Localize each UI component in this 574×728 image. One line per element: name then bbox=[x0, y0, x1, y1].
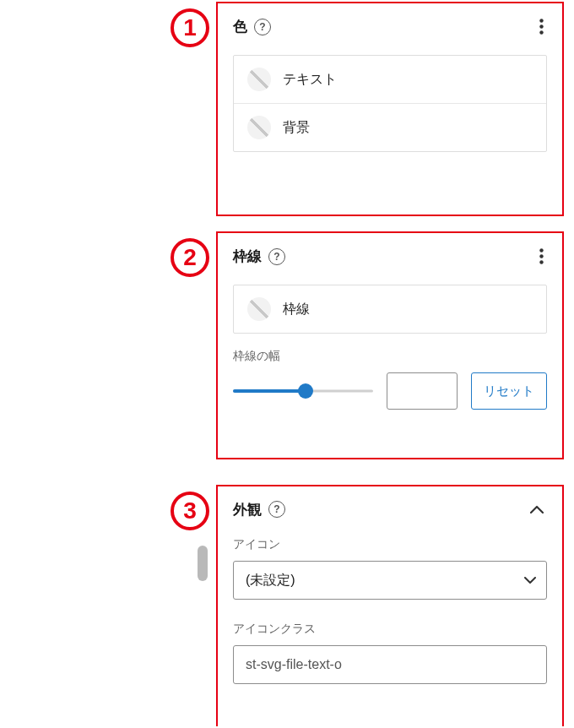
border-color-list: 枠線 bbox=[233, 285, 547, 334]
help-icon[interactable]: ? bbox=[268, 501, 285, 518]
svg-point-2 bbox=[539, 30, 543, 34]
icon-select-value: (未設定) bbox=[246, 572, 295, 589]
color-option-background[interactable]: 背景 bbox=[234, 103, 546, 151]
color-options-list: テキスト 背景 bbox=[233, 55, 547, 152]
empty-swatch-icon bbox=[247, 297, 271, 321]
reset-button[interactable]: リセット bbox=[471, 372, 547, 410]
kebab-menu-button[interactable] bbox=[536, 15, 547, 38]
icon-class-value: st-svg-file-text-o bbox=[246, 657, 342, 672]
appearance-panel: 外観 ? アイコン (未設定) アイコンクラス st-svg-file-text… bbox=[216, 485, 564, 726]
color-panel: 色 ? テキスト 背景 bbox=[216, 2, 564, 216]
border-width-input[interactable] bbox=[387, 372, 458, 410]
icon-class-label: アイコンクラス bbox=[233, 622, 547, 637]
svg-point-1 bbox=[539, 24, 543, 28]
svg-point-5 bbox=[539, 260, 543, 263]
collapse-toggle[interactable] bbox=[527, 498, 547, 520]
border-width-slider[interactable] bbox=[233, 383, 373, 399]
icon-field-label: アイコン bbox=[233, 537, 547, 552]
slider-thumb[interactable] bbox=[298, 383, 313, 399]
color-panel-header: 色 ? bbox=[233, 15, 547, 38]
svg-point-4 bbox=[539, 254, 543, 258]
kebab-menu-button[interactable] bbox=[536, 245, 547, 268]
border-width-controls: リセット bbox=[233, 372, 547, 410]
empty-swatch-icon bbox=[247, 68, 271, 91]
color-option-label: 背景 bbox=[283, 119, 310, 137]
border-color-label: 枠線 bbox=[283, 301, 310, 318]
chevron-down-icon bbox=[524, 573, 536, 588]
border-width-label: 枠線の幅 bbox=[233, 349, 547, 364]
border-panel-title: 枠線 bbox=[233, 247, 262, 266]
color-option-label: テキスト bbox=[283, 71, 337, 89]
color-panel-title: 色 bbox=[233, 17, 247, 36]
annotation-badge-2: 2 bbox=[171, 238, 209, 277]
empty-swatch-icon bbox=[247, 116, 271, 139]
border-panel-header: 枠線 ? bbox=[233, 245, 547, 268]
color-option-text[interactable]: テキスト bbox=[234, 56, 546, 103]
border-panel: 枠線 ? 枠線 枠線の幅 リセット bbox=[216, 231, 564, 459]
annotation-badge-3: 3 bbox=[171, 492, 209, 530]
help-icon[interactable]: ? bbox=[268, 248, 285, 265]
icon-class-input[interactable]: st-svg-file-text-o bbox=[233, 645, 547, 684]
icon-select[interactable]: (未設定) bbox=[233, 561, 547, 600]
svg-point-0 bbox=[539, 19, 543, 22]
scrollbar-thumb[interactable] bbox=[198, 546, 208, 581]
annotation-badge-1: 1 bbox=[171, 8, 209, 47]
help-icon[interactable]: ? bbox=[254, 19, 271, 35]
svg-point-3 bbox=[539, 248, 543, 252]
appearance-panel-title: 外観 bbox=[233, 500, 262, 519]
border-color-option[interactable]: 枠線 bbox=[234, 285, 546, 333]
appearance-panel-header: 外観 ? bbox=[233, 498, 547, 520]
